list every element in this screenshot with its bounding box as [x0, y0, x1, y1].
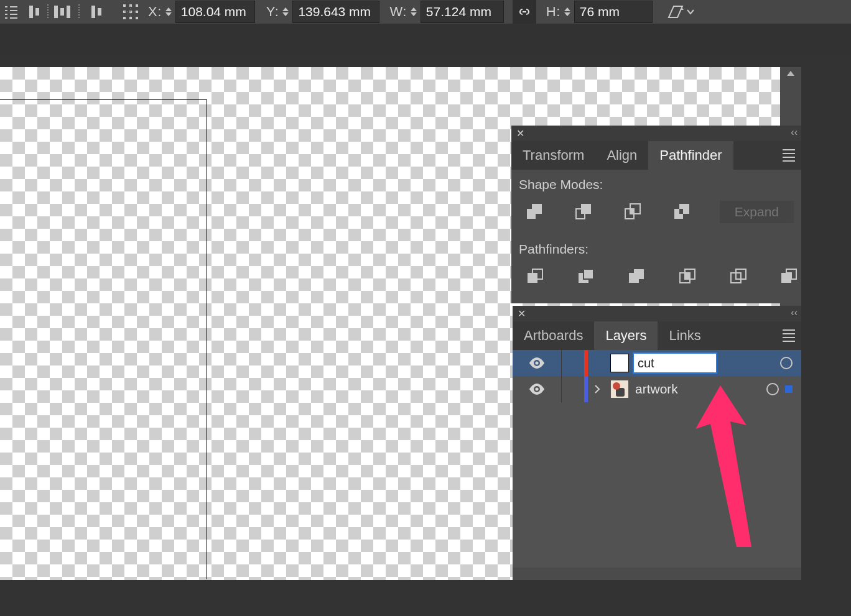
intersect-icon[interactable] — [621, 198, 643, 226]
expand-button: Expand — [720, 201, 794, 223]
link-proportions-icon[interactable] — [513, 0, 536, 24]
minus-back-icon[interactable] — [776, 263, 801, 290]
svg-rect-14 — [98, 8, 101, 16]
panel-menu-icon[interactable] — [783, 149, 795, 162]
lock-toggle[interactable] — [561, 376, 584, 402]
layers-panel: ✕ ‹‹ Artboards Layers Links — [513, 306, 801, 580]
shape-modes-row: Expand — [511, 198, 801, 234]
unite-icon[interactable] — [523, 198, 544, 226]
layer-list: artwork — [513, 350, 801, 568]
layer-thumbnail[interactable] — [610, 380, 629, 398]
svg-rect-25 — [136, 17, 138, 19]
crop-icon[interactable] — [675, 263, 700, 290]
h-value-input[interactable]: 76 mm — [574, 1, 653, 23]
pathfinders-row — [511, 263, 801, 299]
tab-row: Artboards Layers Links — [513, 321, 801, 350]
toolbar-spacer — [0, 24, 851, 54]
tab-layers[interactable]: Layers — [594, 321, 658, 350]
tab-artboards[interactable]: Artboards — [513, 321, 594, 350]
expand-toggle[interactable] — [588, 350, 607, 376]
visibility-toggle[interactable] — [513, 350, 561, 376]
x-label: X: — [148, 0, 162, 24]
layer-thumbnail[interactable] — [610, 354, 629, 372]
svg-rect-34 — [584, 269, 593, 279]
svg-rect-9 — [35, 8, 39, 16]
align-distribute-group-icon[interactable] — [22, 0, 116, 24]
eye-icon — [529, 384, 545, 395]
x-spinner[interactable] — [165, 0, 172, 24]
selection-indicator-icon[interactable] — [785, 385, 793, 393]
divide-icon[interactable] — [523, 263, 547, 290]
pathfinder-panel: ✕ ‹‹ Transform Align Pathfinder Shape Mo… — [511, 126, 801, 303]
merge-icon[interactable] — [624, 263, 649, 290]
minus-front-icon[interactable] — [572, 198, 593, 226]
layer-row[interactable] — [513, 350, 801, 376]
svg-rect-12 — [67, 6, 70, 18]
tab-links[interactable]: Links — [658, 321, 712, 350]
svg-point-44 — [535, 387, 538, 390]
target-icon[interactable] — [766, 383, 779, 395]
layer-row[interactable]: artwork — [513, 376, 801, 402]
tab-row: Transform Align Pathfinder — [511, 141, 801, 170]
target-icon[interactable] — [780, 357, 793, 369]
svg-rect-36 — [634, 269, 644, 279]
close-panel-icon[interactable]: ✕ — [513, 306, 531, 321]
svg-rect-42 — [781, 273, 791, 283]
chevron-right-icon — [594, 385, 600, 393]
visibility-toggle[interactable] — [513, 376, 561, 402]
artboard-outline — [0, 99, 207, 579]
w-value-input[interactable]: 57.124 mm — [421, 1, 504, 23]
tab-transform[interactable]: Transform — [511, 141, 595, 170]
collapse-panel-icon[interactable]: ‹‹ — [791, 127, 798, 138]
exclude-icon[interactable] — [671, 198, 692, 226]
tab-align[interactable]: Align — [595, 141, 648, 170]
panel-menu-icon[interactable] — [783, 329, 795, 342]
layer-name-label[interactable]: artwork — [633, 382, 678, 397]
svg-rect-39 — [685, 273, 690, 279]
svg-rect-17 — [123, 4, 126, 7]
y-value-input[interactable]: 139.643 mm — [292, 1, 379, 23]
svg-rect-8 — [29, 6, 33, 18]
collapse-panel-icon[interactable]: ‹‹ — [791, 307, 798, 318]
svg-point-43 — [535, 361, 538, 364]
x-value-input[interactable]: 108.04 mm — [175, 1, 255, 23]
svg-rect-23 — [123, 17, 126, 19]
svg-rect-13 — [91, 6, 95, 18]
svg-rect-30 — [630, 209, 634, 214]
paragraph-align-icon[interactable] — [0, 0, 22, 24]
expand-toggle[interactable] — [588, 376, 607, 402]
control-bar: X: 108.04 mm Y: 139.643 mm W: 57.124 mm … — [0, 0, 851, 24]
close-panel-icon[interactable]: ✕ — [511, 126, 529, 141]
svg-rect-19 — [136, 4, 138, 7]
svg-rect-10 — [54, 6, 58, 18]
h-spinner[interactable] — [564, 0, 570, 24]
shape-modes-label: Shape Modes: — [511, 170, 801, 198]
y-label: Y: — [266, 0, 279, 24]
panel-titlebar[interactable]: ✕ ‹‹ — [511, 126, 801, 141]
transform-dropdown-icon[interactable] — [686, 0, 695, 24]
shear-transform-icon[interactable] — [666, 0, 685, 24]
svg-rect-11 — [60, 8, 64, 16]
w-label: W: — [389, 0, 406, 24]
lock-toggle[interactable] — [561, 350, 584, 376]
reference-point-icon[interactable] — [116, 0, 146, 24]
h-label: H: — [546, 0, 560, 24]
pathfinders-label: Pathfinders: — [511, 234, 801, 263]
w-spinner[interactable] — [411, 0, 417, 24]
y-spinner[interactable] — [282, 0, 289, 24]
panel-titlebar[interactable]: ✕ ‹‹ — [513, 306, 801, 321]
eye-icon — [529, 357, 545, 369]
layer-name-input[interactable] — [633, 352, 717, 374]
outline-icon[interactable] — [726, 263, 751, 290]
scroll-up-arrow-icon[interactable] — [787, 71, 794, 76]
trim-icon[interactable] — [574, 263, 598, 290]
tab-pathfinder[interactable]: Pathfinder — [648, 141, 733, 170]
